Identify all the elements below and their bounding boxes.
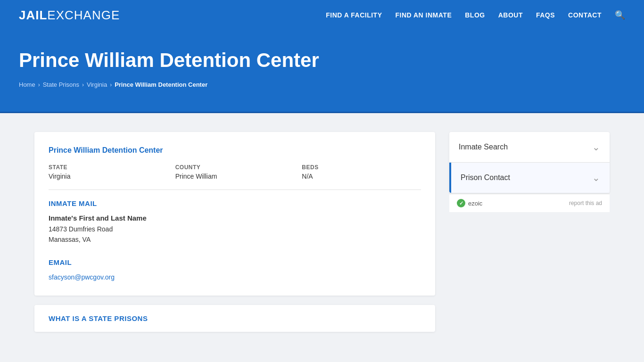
chevron-down-icon-contact: ⌄ — [592, 172, 600, 183]
search-icon[interactable]: 🔍 — [615, 10, 625, 20]
nav-about[interactable]: ABOUT — [498, 11, 523, 19]
logo[interactable]: JAILEXCHANGE — [19, 8, 120, 23]
breadcrumb: Home › State Prisons › Virginia › Prince… — [19, 81, 625, 88]
facility-card-title: Prince William Detention Center — [49, 146, 421, 155]
page-title: Prince William Detention Center — [19, 49, 625, 72]
chevron-down-icon-search: ⌄ — [592, 141, 600, 153]
beds-info: BEDS N/A — [302, 164, 421, 180]
info-grid: STATE Virginia COUNTY Prince William BED… — [49, 164, 421, 180]
left-section: Prince William Detention Center STATE Vi… — [34, 132, 435, 332]
ezoic-badge: ✓ ezoic — [457, 199, 482, 207]
breadcrumb-sep-3: › — [110, 82, 112, 88]
nav-faqs[interactable]: FAQs — [536, 11, 555, 19]
state-info: STATE Virginia — [49, 164, 168, 180]
sidebar-prison-contact-label: Prison Contact — [461, 173, 510, 182]
report-ad-link[interactable]: report this ad — [569, 200, 602, 206]
hero-section: Prince William Detention Center Home › S… — [0, 30, 644, 113]
nav-find-facility[interactable]: FIND A FACILITY — [326, 11, 382, 19]
email-heading: EMAIL — [49, 258, 421, 266]
nav-blog[interactable]: BLOG — [465, 11, 485, 19]
sidebar-card: Inmate Search ⌄ Prison Contact ⌄ — [449, 132, 610, 193]
logo-regular: EXCHANGE — [47, 8, 120, 22]
county-value: Prince William — [175, 173, 295, 180]
state-value: Virginia — [49, 173, 168, 180]
right-sidebar: Inmate Search ⌄ Prison Contact ⌄ ✓ ezoic… — [449, 132, 610, 212]
nav-find-inmate[interactable]: FIND AN INMATE — [395, 11, 452, 19]
inmate-mail-heading: INMATE MAIL — [49, 199, 421, 207]
main-content: Prince William Detention Center STATE Vi… — [16, 113, 628, 351]
ezoic-icon: ✓ — [457, 199, 465, 207]
breadcrumb-virginia[interactable]: Virginia — [87, 81, 107, 88]
sidebar-inmate-search-label: Inmate Search — [459, 143, 508, 151]
county-info: COUNTY Prince William — [175, 164, 295, 180]
main-nav: FIND A FACILITY FIND AN INMATE BLOG ABOU… — [326, 10, 625, 20]
second-card-heading: WHAT IS A STATE PRISONS — [49, 314, 421, 322]
email-link[interactable]: sfacyson@pwcgov.org — [49, 273, 115, 281]
inmate-address-line2: Manassas, VA — [49, 234, 421, 245]
breadcrumb-current: Prince William Detention Center — [115, 81, 207, 88]
second-card: WHAT IS A STATE PRISONS — [34, 305, 435, 332]
breadcrumb-state-prisons[interactable]: State Prisons — [43, 81, 79, 88]
breadcrumb-home[interactable]: Home — [19, 81, 35, 88]
inmate-address-line1: 14873 Dumfries Road — [49, 224, 421, 234]
state-label: STATE — [49, 164, 168, 171]
facility-card: Prince William Detention Center STATE Vi… — [34, 132, 435, 296]
header: JAILEXCHANGE FIND A FACILITY FIND AN INM… — [0, 0, 644, 30]
divider-1 — [49, 189, 421, 190]
breadcrumb-sep-2: › — [82, 82, 84, 88]
ezoic-label: ezoic — [468, 200, 482, 207]
sidebar-item-inmate-search[interactable]: Inmate Search ⌄ — [449, 132, 610, 163]
sidebar-item-prison-contact[interactable]: Prison Contact ⌄ — [449, 163, 610, 193]
nav-contact[interactable]: CONTACT — [568, 11, 602, 19]
beds-label: BEDS — [302, 164, 421, 171]
county-label: COUNTY — [175, 164, 295, 171]
logo-bold: JAIL — [19, 8, 47, 22]
beds-value: N/A — [302, 173, 421, 180]
breadcrumb-sep-1: › — [38, 82, 40, 88]
inmate-name: Inmate's First and Last Name — [49, 214, 421, 222]
ad-bar: ✓ ezoic report this ad — [449, 194, 610, 212]
